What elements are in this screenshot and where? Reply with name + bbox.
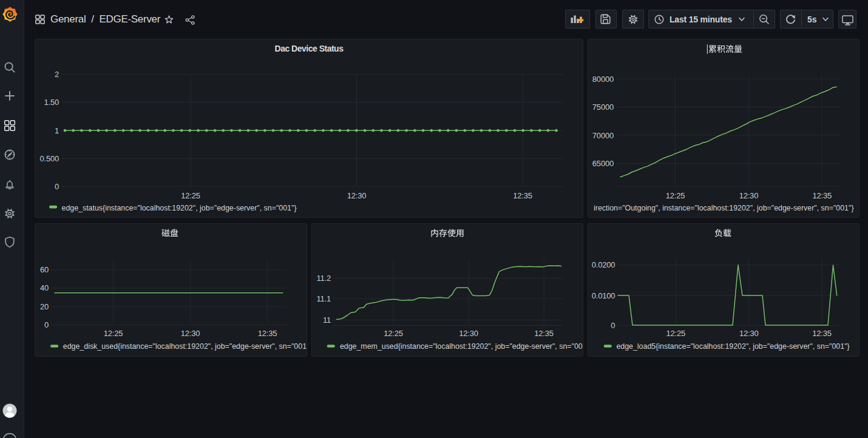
svg-text:65000: 65000 [592,159,614,168]
svg-text:75000: 75000 [592,103,614,112]
svg-text:12:35: 12:35 [258,329,277,338]
svg-text:edge_load5{instance="localhost: edge_load5{instance="localhost:19202", j… [616,342,849,351]
svg-text:12:35: 12:35 [513,191,532,200]
svg-text:12:35: 12:35 [534,329,554,338]
svg-text:1: 1 [55,126,59,135]
svg-text:edge_disk_used{instance="local: edge_disk_used{instance="localhost:19202… [63,342,307,351]
svg-text:40: 40 [40,283,49,292]
svg-text:12:30: 12:30 [739,329,759,338]
svg-text:12:30: 12:30 [181,329,200,338]
svg-text:12:25: 12:25 [666,191,685,200]
svg-text:12:25: 12:25 [104,329,123,338]
svg-text:irection="Outgoing", instance=: irection="Outgoing", instance="localhost… [594,204,854,212]
svg-text:70000: 70000 [592,131,614,140]
svg-text:edge_mem_used{instance="localh: edge_mem_used{instance="localhost:19202"… [339,342,583,351]
svg-text:80000: 80000 [592,75,614,84]
svg-text:12:30: 12:30 [739,191,759,200]
svg-text:0: 0 [55,182,59,191]
svg-text:0.0200: 0.0200 [592,260,615,269]
svg-text:12:30: 12:30 [459,329,478,338]
svg-text:2: 2 [55,70,59,79]
svg-text:0: 0 [611,321,615,330]
svg-text:12:30: 12:30 [347,191,367,200]
svg-text:12:35: 12:35 [812,329,832,338]
svg-text:12:25: 12:25 [181,191,200,200]
svg-text:0.0100: 0.0100 [592,291,615,300]
svg-text:edge_status{instance="localhos: edge_status{instance="localhost:19202", … [62,204,297,212]
svg-text:0: 0 [44,320,49,329]
svg-text:60: 60 [40,265,49,274]
svg-text:12:35: 12:35 [813,191,832,200]
svg-text:12:25: 12:25 [384,329,403,338]
svg-text:11.2: 11.2 [316,274,331,283]
svg-text:11: 11 [322,315,330,325]
svg-text:1.50: 1.50 [44,98,59,107]
svg-text:0.500: 0.500 [39,154,59,163]
svg-text:11.1: 11.1 [316,294,331,303]
svg-text:20: 20 [40,302,49,311]
svg-text:12:25: 12:25 [666,329,686,338]
